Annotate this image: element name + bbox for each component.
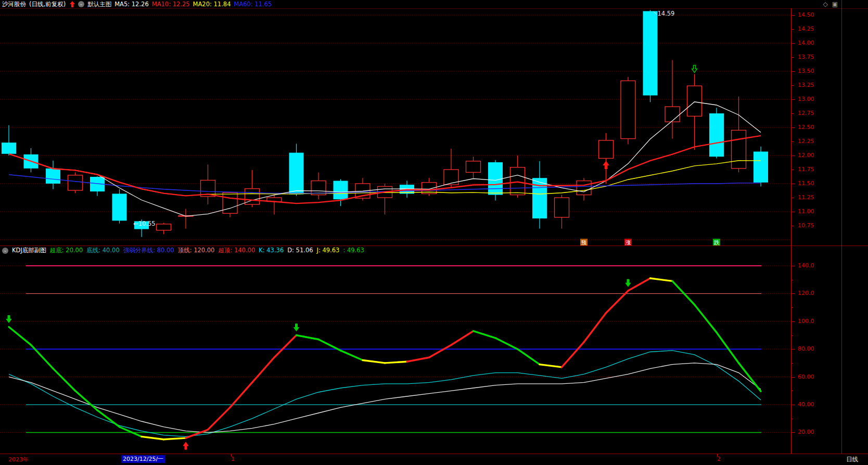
selected-date-label[interactable]: 2023/12/25/一 [121,455,165,463]
axis-tick [791,405,795,405]
kdj-signal-arrow [626,279,631,287]
kdj-d-line [9,363,761,433]
candle[interactable] [466,161,481,173]
price-axis-label: 14.50 [798,11,814,18]
candle[interactable] [621,81,635,138]
kdj-j-line-segment [717,332,739,363]
axis-tick [791,156,795,156]
kdj-axis-label: 100.0 [798,318,814,325]
candle[interactable] [665,107,680,122]
signal-marker-text: 预 [581,239,587,246]
header-divider [0,8,868,9]
kdj-indicator-chart[interactable] [0,246,791,454]
axis-tick [791,99,795,100]
price-axis-label: 12.75 [798,110,814,117]
kdj-axis-label: 140.0 [798,262,814,269]
main-candlestick-chart[interactable]: ←10.5514.59预涨跌 [0,8,791,246]
kdj-signal-arrow [183,442,188,449]
axis-tick [791,293,795,294]
candle[interactable] [599,140,614,159]
time-axis-label: 2023年 [8,456,29,463]
price-axis-label: 10.75 [798,222,814,229]
candle[interactable] [577,181,591,195]
ma-item: MA20: 11.84 [193,1,231,8]
stock-name: 沙河股份 [2,1,26,8]
price-axis-line [791,8,792,465]
kdj-j-line-segment [385,361,407,363]
candle[interactable] [643,11,658,95]
candle[interactable] [532,178,547,218]
axis-tick [791,71,795,72]
kdj-j-line-segment [230,382,252,407]
kdj-signal-arrow [294,324,299,331]
candle[interactable] [555,198,569,217]
axis-tick [791,184,795,184]
candle[interactable] [732,130,746,168]
kdj-j-line-segment [31,345,54,368]
time-axis[interactable]: 2023年2023/12/25/一12 日线 [0,454,868,465]
price-axis-label: 13.00 [798,96,814,102]
kdj-axis-label: 40.00 [798,401,814,408]
candle[interactable] [68,175,83,190]
kdj-j-line-segment [650,278,673,281]
candle[interactable] [754,151,768,182]
candle[interactable] [289,153,304,195]
kdj-axis-label: 80.00 [798,345,814,352]
overlay-selector[interactable]: 默认主图 [87,1,111,8]
price-axis-label: 13.75 [798,54,814,60]
candle[interactable] [709,113,724,157]
price-axis-label: 12.00 [798,152,814,159]
kdj-j-line-segment [606,291,629,313]
kdj-j-line-segment [495,338,518,349]
kdj-j-line-segment [53,369,75,391]
price-axis-label: 11.00 [798,208,814,215]
axis-tick [791,377,795,378]
signal-marker-text: 涨 [626,239,631,246]
kdj-j-line-segment [562,342,584,367]
kdj-j-line-segment [739,363,761,391]
kdj-j-line-segment [518,349,540,364]
kdj-j-line-segment [407,357,429,361]
panel-layout-icon[interactable]: ▣ [832,1,838,8]
price-axis-label: 14.25 [798,25,814,32]
candle[interactable] [334,181,348,200]
price-axis-label: 13.25 [798,82,814,88]
candle[interactable] [157,224,171,230]
period-selector[interactable]: 日线 [846,456,858,463]
stock-app-window: 沙河股份 (日线,前复权) ⌄ 默认主图 MA5: 12.26MA10: 12.… [0,0,868,465]
candle[interactable] [488,162,503,195]
price-axis-label: 11.50 [798,180,814,187]
diamond-icon[interactable]: ◇ [823,1,827,8]
candle[interactable] [444,170,458,185]
kdj-j-line-segment [474,331,496,338]
kdj-j-line-segment [429,345,452,357]
kdj-j-line-segment [252,357,275,382]
candle[interactable] [223,192,237,213]
kdj-j-line-segment [208,407,231,430]
candle[interactable] [510,167,525,195]
ma-item: MA60: 11.65 [234,1,272,8]
axis-tick [791,15,795,16]
time-axis-label: 1 [231,456,235,462]
kdj-j-line-segment [584,313,606,342]
chevron-circle-icon[interactable]: ⌄ [78,1,84,7]
axis-tick [791,349,795,350]
time-axis-label: 2 [717,456,721,462]
kdj-j-line-segment [540,365,562,367]
kdj-j-line-segment [164,438,186,440]
kdj-j-line-segment [451,331,474,345]
kdj-signal-arrow [6,315,11,322]
axis-tick [791,432,795,433]
candle[interactable] [112,193,127,221]
low-price-annotation: ←10.55 [133,220,156,227]
red-up-arrow-icon[interactable] [70,1,75,7]
candle[interactable] [46,169,60,184]
kdj-axis-label: 120.0 [798,290,814,296]
price-axis-label: 12.25 [798,138,814,145]
candle[interactable] [2,143,16,154]
kdj-j-line-segment [274,335,297,358]
kdj-j-line-segment [363,360,385,363]
kdj-j-line-segment [672,281,695,304]
axis-tick [791,266,795,266]
candle[interactable] [687,86,702,116]
